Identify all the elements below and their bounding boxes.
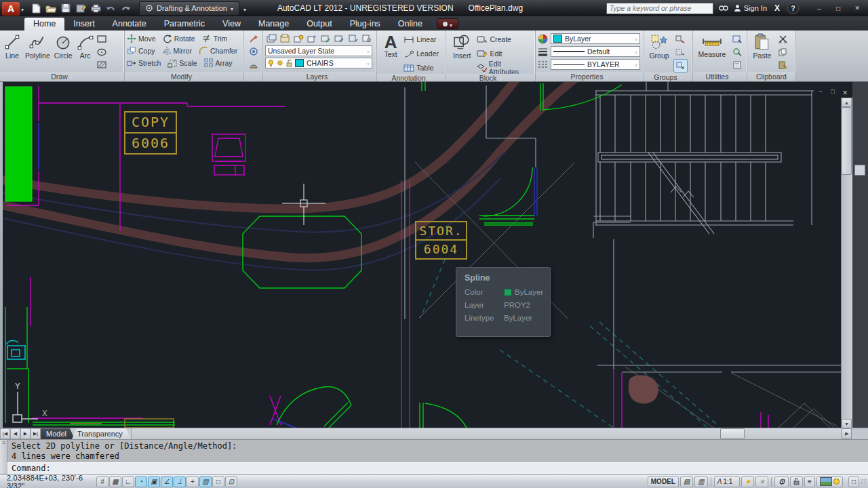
ungroup-button[interactable]: [673, 33, 686, 45]
array-button[interactable]: Array: [204, 57, 237, 69]
quick-calc-button[interactable]: [730, 59, 743, 71]
scroll-down-button[interactable]: [842, 419, 852, 428]
screencast-button[interactable]: [437, 18, 458, 29]
draw-panel-title[interactable]: Draw: [0, 72, 124, 81]
command-window[interactable]: ≡ Select 2D polyline or [Distance/Angle/…: [0, 439, 868, 474]
app-menu-caret-icon[interactable]: [21, 2, 24, 14]
status-menu-caret-icon[interactable]: [844, 478, 847, 486]
cut-button[interactable]: [776, 33, 789, 45]
move-button[interactable]: Move: [127, 33, 156, 45]
lineweight-display-button[interactable]: [247, 59, 260, 71]
redo-button[interactable]: [119, 2, 132, 14]
search-icon[interactable]: [717, 3, 730, 14]
prev-layout-button[interactable]: ◀: [10, 428, 20, 439]
save-button[interactable]: [59, 2, 73, 14]
scroll-right-button[interactable]: [842, 428, 852, 439]
id-point-button[interactable]: [730, 33, 743, 45]
copy-button[interactable]: Copy: [127, 45, 155, 57]
open-button[interactable]: [44, 2, 58, 14]
first-layout-button[interactable]: |◀: [0, 428, 10, 439]
tab-output[interactable]: Output: [298, 18, 341, 30]
grid-toggle[interactable]: [109, 476, 121, 487]
edit-attributes-button[interactable]: Edit Attributes: [477, 62, 533, 74]
layer-isolate-button[interactable]: [360, 32, 373, 44]
workspace-switcher[interactable]: Drafting & Annotation: [139, 1, 239, 16]
chamfer-button[interactable]: Chamfer: [199, 45, 242, 57]
create-block-button[interactable]: Create: [477, 33, 533, 45]
undo-button[interactable]: [104, 2, 117, 14]
coordinate-readout[interactable]: 2.034884E+03, 230'-6 3/32": [7, 474, 96, 488]
annotation-scale-button[interactable]: 1:1: [714, 476, 741, 487]
toolbar-lock-button[interactable]: [790, 476, 803, 487]
scale-button[interactable]: Scale: [167, 57, 197, 69]
circle-tool-button[interactable]: Circle: [53, 32, 74, 72]
layer-state-dropdown[interactable]: Unsaved Layer State: [265, 45, 372, 56]
doc-minimize-button[interactable]: [816, 88, 825, 98]
sign-in-button[interactable]: Sign In: [734, 4, 767, 12]
mirror-button[interactable]: Mirror: [162, 45, 192, 57]
paste-special-button[interactable]: [776, 59, 789, 71]
plot-button[interactable]: [89, 2, 102, 14]
model-view-button[interactable]: [680, 476, 693, 487]
dyn-toggle[interactable]: [186, 476, 199, 487]
osnap-toggle[interactable]: [148, 476, 160, 487]
tab-parametric[interactable]: Parametric: [155, 18, 214, 30]
linetype-dropdown[interactable]: BYLAYER: [551, 59, 640, 70]
vertical-scrollbar-thumb[interactable]: [842, 107, 852, 175]
scroll-up-button[interactable]: [842, 98, 852, 107]
layer-properties-button[interactable]: [265, 32, 278, 44]
exchange-apps-button[interactable]: X: [771, 3, 783, 14]
tab-online[interactable]: Online: [389, 18, 431, 30]
tab-view[interactable]: View: [214, 18, 250, 30]
model-tab[interactable]: Model: [41, 428, 75, 439]
object-color-dropdown[interactable]: ByLayer: [551, 33, 640, 44]
rotate-button[interactable]: Rotate: [163, 33, 195, 45]
minimize-button[interactable]: [810, 3, 829, 14]
horizontal-scrollbar[interactable]: [131, 428, 852, 439]
arc-tool-button[interactable]: Arc: [75, 32, 96, 72]
polyline-tool-button[interactable]: Polyline: [24, 32, 52, 72]
tab-home[interactable]: Home: [24, 18, 64, 30]
vertical-scrollbar[interactable]: [841, 98, 852, 428]
rectangle-tool-button[interactable]: [97, 33, 110, 45]
maximize-button[interactable]: [829, 3, 848, 14]
model-space-button[interactable]: MODEL: [648, 476, 679, 487]
layer-match-button[interactable]: [333, 32, 346, 44]
line-tool-button[interactable]: Line: [2, 32, 22, 72]
table-button[interactable]: Table: [403, 62, 443, 74]
ducs-toggle[interactable]: [174, 476, 186, 487]
layer-lock-button[interactable]: [319, 32, 332, 44]
paste-button[interactable]: Paste: [749, 32, 775, 72]
layout-view-button[interactable]: [694, 476, 707, 487]
clean-screen-button[interactable]: [848, 476, 859, 487]
layers-panel-title[interactable]: Layers: [263, 72, 376, 81]
ellipse-tool-button[interactable]: [97, 46, 110, 58]
edit-block-button[interactable]: Edit: [477, 47, 533, 60]
layer-state-button[interactable]: [279, 32, 292, 44]
groups-panel-title[interactable]: Groups: [644, 73, 692, 81]
measure-button[interactable]: Measure: [695, 32, 729, 72]
command-input-line[interactable]: Command:: [7, 462, 868, 474]
toolbar-menu-button[interactable]: [804, 476, 815, 487]
tab-annotate[interactable]: Annotate: [104, 18, 155, 30]
tab-insert[interactable]: Insert: [64, 18, 103, 30]
insert-block-button[interactable]: Insert: [448, 32, 475, 74]
properties-panel-title[interactable]: Properties: [536, 72, 644, 81]
save-as-button[interactable]: [74, 2, 87, 14]
layout-tab-transparency[interactable]: Transparency: [72, 428, 131, 439]
doc-close-button[interactable]: [841, 88, 849, 98]
next-layout-button[interactable]: ▶: [20, 428, 31, 439]
splitter-handle[interactable]: [854, 165, 865, 176]
group-selection-toggle[interactable]: [673, 59, 688, 73]
layer-prev-button[interactable]: [347, 32, 359, 44]
workspace-switch-button[interactable]: [774, 476, 789, 487]
tab-plugins[interactable]: Plug-ins: [341, 18, 389, 30]
linear-dimension-button[interactable]: Linear: [403, 33, 443, 45]
infocenter-search-input[interactable]: [606, 3, 713, 14]
qat-customize-caret-icon[interactable]: [243, 2, 246, 14]
layer-on-off-button[interactable]: [292, 32, 305, 44]
ortho-toggle[interactable]: [122, 476, 134, 487]
text-tool-button[interactable]: A Text: [379, 32, 402, 74]
otrack-toggle[interactable]: [161, 476, 173, 487]
doc-restore-button[interactable]: [829, 88, 837, 98]
